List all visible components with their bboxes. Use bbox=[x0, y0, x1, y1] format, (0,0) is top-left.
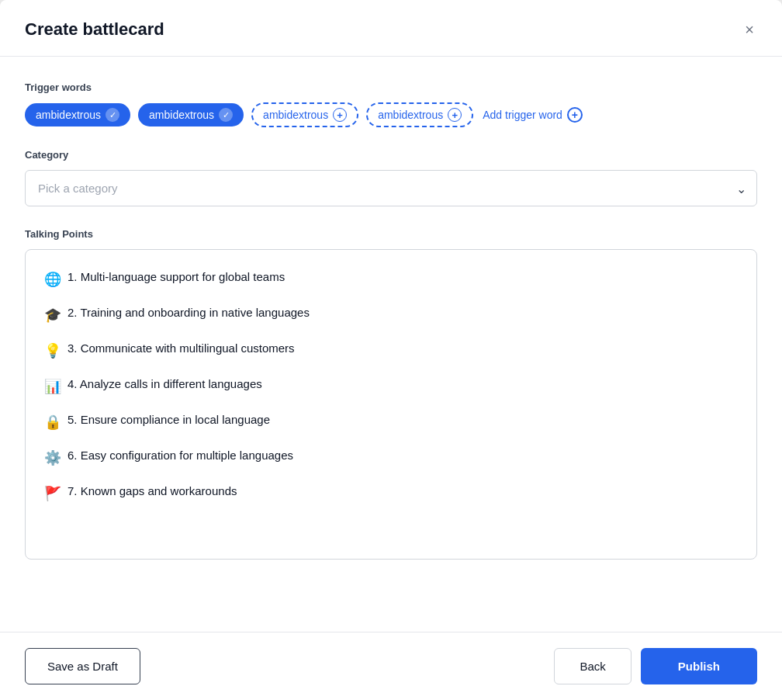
modal-footer: Save as Draft Back Publish bbox=[0, 632, 782, 700]
trigger-words-section: Trigger words ambidextrous ✓ ambidextrou… bbox=[25, 81, 757, 127]
add-trigger-plus-icon: + bbox=[567, 107, 583, 123]
category-select-wrapper: Pick a category ⌄ bbox=[25, 170, 757, 206]
talking-point-7: 🚩 7. Known gaps and workarounds bbox=[44, 483, 738, 504]
talking-point-7-text: 7. Known gaps and workarounds bbox=[67, 483, 237, 501]
emoji-7: 🚩 bbox=[44, 483, 61, 504]
emoji-4: 📊 bbox=[44, 376, 61, 397]
plus-icon-2: + bbox=[448, 108, 462, 122]
talking-point-3-text: 3. Communicate with multilingual custome… bbox=[67, 340, 295, 358]
plus-icon-1: + bbox=[333, 108, 347, 122]
talking-point-2-text: 2. Training and onboarding in native lan… bbox=[67, 304, 310, 322]
tag-dashed-2-text: ambidextrous bbox=[378, 109, 443, 121]
close-button[interactable]: × bbox=[742, 19, 757, 40]
modal-title: Create battlecard bbox=[25, 19, 164, 40]
emoji-2: 🎓 bbox=[44, 305, 61, 326]
emoji-5: 🔒 bbox=[44, 412, 61, 433]
tag-solid-1-text: ambidextrous bbox=[36, 109, 101, 121]
add-trigger-word-button[interactable]: Add trigger word + bbox=[481, 103, 584, 126]
emoji-3: 💡 bbox=[44, 341, 61, 362]
back-button[interactable]: Back bbox=[554, 648, 631, 684]
talking-point-5-text: 5. Ensure compliance in local language bbox=[67, 411, 270, 429]
trigger-words-row: ambidextrous ✓ ambidextrous ✓ ambidextro… bbox=[25, 102, 757, 127]
tag-dashed-1-text: ambidextrous bbox=[263, 109, 328, 121]
talking-points-section: Talking Points 🌐 1. Multi-language suppo… bbox=[25, 228, 757, 560]
talking-point-4: 📊 4. Analyze calls in different language… bbox=[44, 376, 738, 397]
tag-solid-2-text: ambidextrous bbox=[149, 109, 214, 121]
trigger-words-label: Trigger words bbox=[25, 81, 757, 93]
tag-solid-2[interactable]: ambidextrous ✓ bbox=[138, 103, 244, 126]
talking-point-3: 💡 3. Communicate with multilingual custo… bbox=[44, 340, 738, 362]
check-icon-1: ✓ bbox=[106, 108, 119, 122]
save-as-draft-button[interactable]: Save as Draft bbox=[25, 648, 140, 684]
talking-point-2: 🎓 2. Training and onboarding in native l… bbox=[44, 304, 738, 326]
talking-point-4-text: 4. Analyze calls in different languages bbox=[67, 376, 262, 393]
talking-point-6-text: 6. Easy configuration for multiple langu… bbox=[67, 447, 293, 465]
talking-point-1: 🌐 1. Multi-language support for global t… bbox=[44, 269, 738, 290]
tag-solid-1[interactable]: ambidextrous ✓ bbox=[25, 103, 130, 126]
tag-dashed-1[interactable]: ambidextrous + bbox=[251, 102, 358, 127]
emoji-6: ⚙️ bbox=[44, 448, 61, 469]
category-select[interactable]: Pick a category bbox=[25, 170, 757, 206]
publish-button[interactable]: Publish bbox=[641, 648, 757, 684]
talking-point-6: ⚙️ 6. Easy configuration for multiple la… bbox=[44, 447, 738, 469]
modal-body: Trigger words ambidextrous ✓ ambidextrou… bbox=[0, 57, 782, 632]
category-label: Category bbox=[25, 149, 757, 161]
talking-point-1-text: 1. Multi-language support for global tea… bbox=[67, 269, 285, 286]
modal-header: Create battlecard × bbox=[0, 0, 782, 57]
add-trigger-word-label: Add trigger word bbox=[483, 109, 562, 121]
talking-points-label: Talking Points bbox=[25, 228, 757, 240]
talking-point-5: 🔒 5. Ensure compliance in local language bbox=[44, 411, 738, 433]
create-battlecard-modal: Create battlecard × Trigger words ambide… bbox=[0, 0, 782, 700]
talking-points-box[interactable]: 🌐 1. Multi-language support for global t… bbox=[25, 249, 757, 560]
emoji-1: 🌐 bbox=[44, 269, 61, 290]
footer-right-buttons: Back Publish bbox=[554, 648, 757, 684]
category-section: Category Pick a category ⌄ bbox=[25, 149, 757, 206]
check-icon-2: ✓ bbox=[219, 108, 233, 122]
tag-dashed-2[interactable]: ambidextrous + bbox=[366, 102, 473, 127]
